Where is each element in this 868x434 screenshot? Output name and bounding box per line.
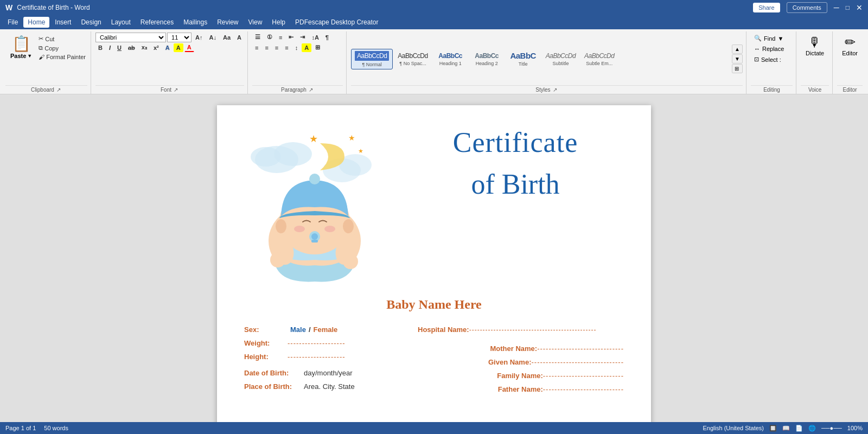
align-right-button[interactable]: ≡: [272, 43, 281, 52]
multilevel-list-button[interactable]: ≡: [276, 33, 285, 42]
print-layout-icon[interactable]: 📄: [795, 425, 803, 432]
style-subtle-emphasis[interactable]: AaBbCcDd Subtle Em...: [580, 50, 618, 68]
select-icon: ⊡: [754, 56, 759, 63]
font-expand-icon[interactable]: ↗: [173, 87, 179, 93]
clipboard-expand-icon[interactable]: ↗: [55, 87, 62, 93]
show-hide-button[interactable]: ¶: [323, 33, 331, 42]
family-label: Family Name:: [497, 372, 543, 380]
style-heading2[interactable]: AaBbCc Heading 2: [469, 50, 505, 68]
ribbon-group-clipboard: 📋 Paste ▼ ✂ Cut ⧉ Copy: [2, 31, 91, 94]
menu-help[interactable]: Help: [267, 17, 290, 28]
dictate-button[interactable]: 🎙 Dictate: [801, 33, 829, 59]
find-icon: 🔍: [754, 35, 762, 42]
style-title[interactable]: AaBbC Title: [506, 49, 541, 69]
strikethrough-button[interactable]: ab: [125, 43, 138, 52]
justify-button[interactable]: ≡: [282, 43, 291, 52]
select-button[interactable]: ⊡ Select :: [751, 54, 784, 65]
svg-point-20: [276, 219, 286, 233]
styles-group-label: Styles ↗: [351, 85, 743, 94]
styles-gallery: AaBbCcDd ¶ Normal AaBbCcDd ¶ No Spac... …: [351, 49, 731, 69]
menu-view[interactable]: View: [244, 17, 267, 28]
app-title: Certificate of Birth - Word: [17, 4, 90, 11]
mother-line: ------------------------------: [537, 344, 624, 353]
styles-expand-icon[interactable]: ↗: [552, 87, 558, 93]
superscript-button[interactable]: x²: [151, 43, 162, 52]
menu-file[interactable]: File: [3, 17, 22, 28]
menu-layout[interactable]: Layout: [107, 17, 135, 28]
focus-mode-icon[interactable]: 🔲: [769, 425, 777, 432]
text-highlight-button[interactable]: A: [174, 43, 183, 52]
align-center-button[interactable]: ≡: [262, 43, 271, 52]
title-bar-left: W Certificate of Birth - Word: [5, 3, 90, 12]
subscript-button[interactable]: x₂: [139, 43, 150, 52]
menu-insert[interactable]: Insert: [50, 17, 75, 28]
editing-group-label: Editing: [751, 85, 793, 94]
styles-scroll-down[interactable]: ▼: [732, 54, 743, 63]
bold-button[interactable]: B: [95, 43, 105, 52]
sex-separator: /: [309, 326, 311, 334]
borders-button[interactable]: ⊞: [312, 43, 323, 52]
zoom-level: 100%: [847, 425, 863, 431]
cut-button[interactable]: ✂ Cut: [37, 35, 87, 43]
clear-format-button[interactable]: A: [234, 33, 244, 42]
status-bar-right: English (United States) 🔲 📖 📄 🌐 ──●── 10…: [703, 425, 863, 432]
clipboard-group-label: Clipboard ↗: [5, 85, 87, 94]
menu-mailings[interactable]: Mailings: [179, 17, 212, 28]
menu-review[interactable]: Review: [213, 17, 242, 28]
style-no-spacing[interactable]: AaBbCcDd ¶ No Spac...: [394, 50, 431, 68]
menu-home[interactable]: Home: [23, 17, 49, 28]
bullets-button[interactable]: ☰: [252, 33, 263, 42]
paragraph-expand-icon[interactable]: ↗: [308, 87, 314, 93]
zoom-slider[interactable]: ──●──: [821, 425, 842, 431]
increase-indent-button[interactable]: ⇥: [297, 33, 308, 42]
document-page: ★ ★ ★: [217, 105, 651, 422]
dob-label: Date of Birth:: [244, 369, 304, 377]
minimize-icon[interactable]: ─: [834, 3, 839, 12]
font-color-button[interactable]: A: [184, 43, 194, 52]
align-left-button[interactable]: ≡: [252, 43, 261, 52]
decrease-font-button[interactable]: A↓: [206, 33, 219, 42]
styles-expand-button[interactable]: ⊞: [732, 64, 743, 73]
menu-references[interactable]: References: [136, 17, 178, 28]
italic-button[interactable]: I: [106, 43, 113, 52]
numbering-button[interactable]: ①: [264, 33, 275, 42]
read-mode-icon[interactable]: 📖: [782, 425, 790, 432]
name-fields: Mother Name: ---------------------------…: [418, 344, 624, 393]
menu-pdfescape[interactable]: PDFescape Desktop Creator: [291, 17, 382, 28]
style-subtitle[interactable]: AaBbCcDd Subtitle: [542, 50, 579, 68]
shading-button[interactable]: A: [302, 43, 311, 52]
font-family-select[interactable]: Calibri: [95, 33, 166, 42]
svg-text:★: ★: [358, 148, 363, 154]
decrease-indent-button[interactable]: ⇤: [286, 33, 296, 42]
copy-button[interactable]: ⧉ Copy: [37, 44, 87, 52]
ribbon: 📋 Paste ▼ ✂ Cut ⧉ Copy: [0, 29, 868, 94]
menu-design[interactable]: Design: [76, 17, 105, 28]
paste-button[interactable]: 📋 Paste ▼: [5, 33, 37, 61]
format-painter-button[interactable]: 🖌 Format Painter: [37, 53, 87, 61]
share-button[interactable]: Share: [753, 3, 780, 12]
style-normal[interactable]: AaBbCcDd ¶ Normal: [351, 49, 393, 69]
find-button[interactable]: 🔍 Find ▼: [751, 33, 787, 43]
increase-font-button[interactable]: A↑: [193, 33, 205, 42]
styles-scroll-up[interactable]: ▲: [732, 44, 743, 54]
comments-button[interactable]: Comments: [787, 2, 827, 13]
svg-text:★: ★: [348, 133, 355, 142]
change-case-button[interactable]: Aa: [220, 33, 233, 42]
style-heading1[interactable]: AaBbCc Heading 1: [433, 50, 468, 68]
certificate-fields: Sex: Male / Female Weight: -------------…: [244, 326, 624, 399]
editor-button[interactable]: ✏ Editor: [837, 33, 863, 59]
sort-button[interactable]: ↕A: [309, 33, 321, 42]
maximize-icon[interactable]: □: [846, 4, 850, 11]
paste-dropdown-icon: ▼: [27, 53, 32, 59]
font-size-select[interactable]: 11: [167, 33, 192, 42]
fields-left: Sex: Male / Female Weight: -------------…: [244, 326, 396, 399]
replace-button[interactable]: ↔ Replace: [751, 44, 787, 54]
text-effects-button[interactable]: A: [163, 43, 173, 52]
given-field-row: Given Name: ----------------------------…: [418, 358, 624, 366]
line-spacing-button[interactable]: ↕: [292, 43, 301, 52]
style-heading2-label: Heading 2: [476, 61, 498, 66]
father-label: Father Name:: [498, 385, 543, 393]
close-icon[interactable]: ✕: [856, 3, 863, 12]
web-layout-icon[interactable]: 🌐: [808, 425, 816, 432]
underline-button[interactable]: U: [114, 43, 124, 52]
